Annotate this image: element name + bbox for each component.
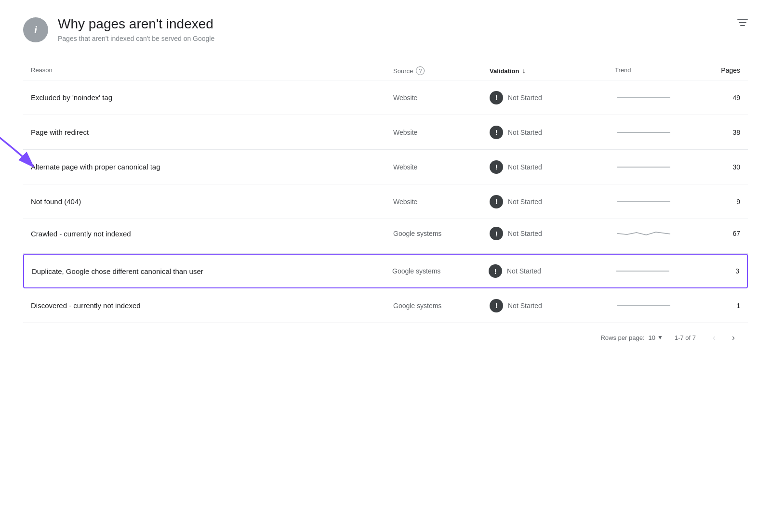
row-source: Website: [393, 129, 490, 136]
row-reason: Discovered - currently not indexed: [31, 294, 393, 317]
page-header: i Why pages aren't indexed Pages that ar…: [23, 15, 748, 42]
table-row[interactable]: Excluded by 'noindex' tag Website ! Not …: [23, 80, 748, 115]
status-icon: !: [489, 264, 502, 278]
row-trend: [615, 128, 702, 137]
status-text: Not Started: [508, 230, 542, 237]
table-row[interactable]: Crawled - currently not indexed Google s…: [23, 219, 748, 254]
status-text: Not Started: [508, 129, 542, 136]
row-trend: [615, 229, 702, 238]
row-trend: [614, 266, 701, 276]
row-trend: [615, 301, 702, 311]
status-icon: !: [490, 195, 503, 208]
rows-per-page-value: 10: [649, 334, 655, 341]
row-pages: 9: [702, 198, 740, 206]
trend-line: [615, 162, 673, 172]
row-pages: 1: [702, 302, 740, 310]
sort-arrow-icon: ↓: [522, 67, 525, 75]
dropdown-arrow-icon: ▼: [657, 334, 663, 341]
row-validation: ! Not Started: [490, 227, 615, 240]
status-text: Not Started: [508, 94, 542, 102]
row-trend: [615, 93, 702, 103]
row-validation: ! Not Started: [490, 160, 615, 174]
trend-line: [615, 197, 673, 207]
row-validation: ! Not Started: [490, 91, 615, 104]
col-header-trend: Trend: [615, 66, 702, 75]
row-trend: [615, 162, 702, 172]
col-header-validation[interactable]: Validation ↓: [490, 66, 615, 75]
row-source: Website: [393, 198, 490, 206]
trend-line: [615, 128, 673, 137]
page-title: Why pages aren't indexed: [58, 15, 214, 33]
table-row[interactable]: Page with redirect Website ! Not Started…: [23, 115, 748, 150]
trend-line: [615, 229, 673, 238]
source-help-icon[interactable]: ?: [416, 66, 425, 75]
prev-page-button[interactable]: ‹: [707, 331, 721, 344]
rows-per-page-label: Rows per page:: [600, 334, 644, 341]
info-icon: i: [23, 17, 48, 42]
table-header: Reason Source ? Validation ↓ Trend Pages: [23, 62, 748, 80]
row-source: Google systems: [393, 230, 490, 237]
table-row[interactable]: Alternate page with proper canonical tag…: [23, 150, 748, 184]
trend-line: [614, 266, 672, 276]
status-text: Not Started: [507, 267, 541, 275]
status-text: Not Started: [508, 163, 542, 171]
status-icon: !: [490, 91, 503, 104]
row-pages: 38: [702, 129, 740, 136]
table-row[interactable]: Discovered - currently not indexed Googl…: [23, 288, 748, 323]
header-text: Why pages aren't indexed Pages that aren…: [58, 15, 214, 42]
trend-line: [615, 301, 673, 311]
status-icon: !: [490, 126, 503, 139]
row-trend: [615, 197, 702, 207]
table-row-highlighted[interactable]: Duplicate, Google chose different canoni…: [23, 254, 748, 288]
status-icon: !: [490, 227, 503, 240]
col-header-source: Source ?: [393, 66, 490, 75]
row-reason: Not found (404): [31, 190, 393, 213]
filter-icon[interactable]: [737, 19, 748, 26]
status-icon: !: [490, 160, 503, 174]
next-page-button[interactable]: ›: [727, 331, 740, 344]
table-row[interactable]: Not found (404) Website ! Not Started 9: [23, 184, 748, 219]
row-validation: ! Not Started: [490, 299, 615, 312]
row-validation: ! Not Started: [490, 126, 615, 139]
row-pages: 3: [701, 267, 739, 275]
row-pages: 67: [702, 230, 740, 237]
col-header-pages: Pages: [702, 66, 740, 75]
status-text: Not Started: [508, 198, 542, 206]
row-source: Website: [393, 94, 490, 102]
row-validation: ! Not Started: [489, 264, 614, 278]
col-header-reason: Reason: [31, 66, 393, 75]
page-subtitle: Pages that aren't indexed can't be serve…: [58, 35, 214, 42]
row-source: Google systems: [392, 267, 489, 275]
main-table: Reason Source ? Validation ↓ Trend Pages…: [23, 62, 748, 344]
row-pages: 30: [702, 163, 740, 171]
status-icon: !: [490, 299, 503, 312]
status-text: Not Started: [508, 302, 542, 310]
row-reason: Excluded by 'noindex' tag: [31, 86, 393, 109]
row-reason: Page with redirect: [31, 120, 393, 144]
table-footer: Rows per page: 10 ▼ 1-7 of 7 ‹ ›: [23, 323, 748, 344]
row-validation: ! Not Started: [490, 195, 615, 208]
rows-per-page-select[interactable]: 10 ▼: [649, 334, 663, 341]
row-reason: Alternate page with proper canonical tag: [31, 155, 393, 179]
row-pages: 49: [702, 94, 740, 102]
rows-per-page: Rows per page: 10 ▼: [600, 334, 663, 341]
row-reason: Crawled - currently not indexed: [31, 222, 393, 246]
pagination-nav: ‹ ›: [707, 331, 740, 344]
row-reason: Duplicate, Google chose different canoni…: [32, 260, 392, 283]
row-source: Website: [393, 163, 490, 171]
pagination-info: 1-7 of 7: [675, 334, 696, 341]
trend-line: [615, 93, 673, 103]
row-source: Google systems: [393, 302, 490, 310]
